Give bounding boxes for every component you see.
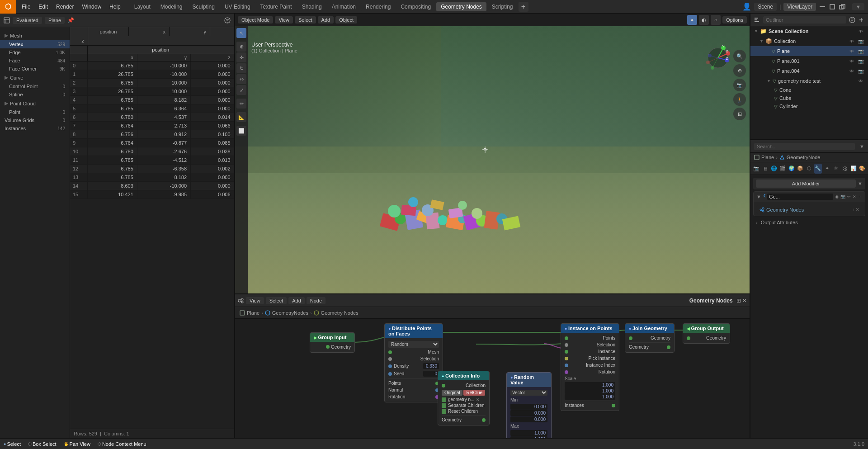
prop-icon-object[interactable]: 📦: [797, 164, 805, 174]
menu-help[interactable]: Help: [106, 2, 124, 11]
prop-icon-data[interactable]: 📊: [849, 164, 858, 174]
measure-tool-btn[interactable]: 📐: [236, 112, 246, 122]
filter-btn[interactable]: ▼: [852, 3, 864, 10]
rotate-tool-btn[interactable]: ↻: [236, 63, 246, 73]
outliner-search-input[interactable]: [763, 16, 846, 24]
viewport-add-menu[interactable]: Add: [318, 16, 334, 24]
tab-uv-editing[interactable]: UV Editing: [220, 2, 255, 11]
menu-render[interactable]: Render: [52, 2, 77, 11]
viewport-shading-material[interactable]: ◐: [699, 15, 709, 25]
tab-modeling[interactable]: Modeling: [156, 2, 187, 11]
breadcrumb-modifier[interactable]: GeometryNodes: [272, 310, 308, 316]
iop-scale-x[interactable]: 1.000: [565, 382, 615, 388]
sidebar-item-control-point[interactable]: Control Point 0: [0, 82, 70, 90]
prop-icon-output[interactable]: 🖥: [761, 164, 769, 174]
viewlayer-selector[interactable]: ViewLayer: [783, 3, 816, 11]
walk-mode-btn[interactable]: 🚶: [733, 93, 746, 106]
scene-col-view-btn[interactable]: 👁: [857, 28, 864, 35]
node-view-menu[interactable]: View: [246, 297, 264, 304]
random-min-z[interactable]: 0.000: [510, 416, 547, 422]
modifier-camera-btn[interactable]: 📷: [840, 194, 845, 199]
viewport-shading-render[interactable]: ○: [711, 15, 721, 25]
select-tool-btn[interactable]: ↖: [236, 28, 246, 38]
outliner-item-scene-collection[interactable]: ▼ 📁 Scene Collection 👁: [750, 26, 868, 36]
tab-animation[interactable]: Animation: [327, 2, 360, 11]
modifier-delete-btn[interactable]: ✕: [853, 194, 856, 199]
prop-icon-render[interactable]: 📷: [752, 164, 760, 174]
sidebar-item-face-corner[interactable]: Face Corner 9K: [0, 65, 70, 73]
outliner-item-cylinder[interactable]: ▽ Cylinder: [750, 102, 868, 110]
plane-render-btn[interactable]: 📷: [857, 47, 864, 55]
properties-options-btn[interactable]: ▼: [859, 144, 864, 149]
sidebar-item-point[interactable]: Point 0: [0, 108, 70, 116]
cursor-tool-btn[interactable]: ⊕: [236, 42, 246, 52]
iop-scale-z[interactable]: 1.000: [565, 394, 615, 400]
outliner-item-cone[interactable]: ▽ Cone: [750, 86, 868, 94]
view-mode-dropdown[interactable]: Object Mode: [238, 16, 273, 24]
zoom-in-btn[interactable]: 🔍: [733, 50, 746, 62]
transform-tool-btn[interactable]: ⤢: [236, 85, 246, 95]
prop-icon-view[interactable]: 🌐: [770, 164, 778, 174]
tab-scripting[interactable]: Scripting: [487, 2, 518, 11]
options-dropdown[interactable]: Options: [722, 16, 747, 24]
geonodes-nodetree-item[interactable]: Geometry Nodes + ✕: [756, 205, 862, 214]
menu-file[interactable]: File: [18, 2, 34, 11]
random-min-x[interactable]: 0.000: [510, 404, 547, 410]
prop-icon-material[interactable]: 🎨: [858, 164, 866, 174]
sidebar-item-edge[interactable]: Edge 1.0K: [0, 48, 70, 57]
sidebar-item-instances[interactable]: Instances 142: [0, 124, 70, 132]
modifier-extra-btn[interactable]: ⋮: [858, 194, 862, 199]
add-workspace-btn[interactable]: +: [519, 2, 528, 12]
outliner-item-collection[interactable]: ▼ 📦 Collection 👁 📷: [750, 36, 868, 46]
breadcrumb-nodegroup[interactable]: Geometry Nodes: [321, 310, 359, 316]
tab-layout[interactable]: Layout: [130, 2, 155, 11]
viewport-gizmo[interactable]: X Y Z: [704, 44, 731, 71]
random-max-x[interactable]: 1.000: [510, 430, 547, 436]
output-attrs-section[interactable]: › Output Attributes: [753, 218, 865, 227]
group-output-node[interactable]: ◀ Group Output Geometry: [683, 323, 730, 344]
sidebar-item-volume-grids[interactable]: Volume Grids 0: [0, 116, 70, 124]
col-info-cb2[interactable]: [442, 403, 446, 408]
outliner-item-plane001[interactable]: ▶ ▽ Plane.001 👁 📷: [750, 56, 868, 66]
collection-info-node[interactable]: ● Collection Info Collection Original Re…: [438, 371, 490, 425]
user-avatar-btn[interactable]: 👤: [742, 2, 751, 11]
prop-icon-physics[interactable]: ⚛: [832, 164, 840, 174]
scene-selector[interactable]: Scene: [754, 3, 777, 11]
ortho-btn[interactable]: ⊞: [733, 108, 746, 120]
join-geometry-node[interactable]: ● Join Geometry Geometry Geometry: [625, 323, 675, 353]
menu-window[interactable]: Window: [78, 2, 105, 11]
prop-icon-modifier[interactable]: 🔧: [814, 164, 822, 174]
outliner-filter-icon[interactable]: [849, 17, 855, 23]
modifier-options-btn[interactable]: ▼: [858, 181, 863, 186]
seed-value[interactable]: 0: [423, 371, 439, 377]
node-add-menu[interactable]: Add: [288, 297, 305, 304]
prop-icon-constraints[interactable]: ⛓: [840, 164, 849, 174]
outliner-item-geonodetest[interactable]: ▼ ▽ geometry node test 👁: [750, 76, 868, 86]
tab-compositing[interactable]: Compositing: [396, 2, 435, 11]
modifier-edit-btn[interactable]: ✏: [847, 194, 851, 199]
viewport-object-menu[interactable]: Object: [335, 16, 357, 24]
geonodetest-view-btn[interactable]: 👁: [857, 77, 864, 85]
node-editor-controls[interactable]: ⊞ ✕: [736, 298, 747, 304]
prop-icon-particles[interactable]: ✦: [823, 164, 831, 174]
outliner-extra-icon[interactable]: [858, 17, 864, 23]
pin-icon[interactable]: 📌: [67, 17, 74, 24]
scale-tool-btn[interactable]: ⇔: [236, 74, 246, 84]
viewport-shading-solid[interactable]: ●: [687, 15, 697, 25]
random-min-y[interactable]: 0.000: [510, 410, 547, 416]
plane-view-btn[interactable]: 👁: [848, 47, 855, 55]
sidebar-item-face[interactable]: Face 484: [0, 57, 70, 65]
geonodes-unlink-btn[interactable]: ✕: [855, 207, 859, 213]
node-node-menu[interactable]: Node: [307, 297, 326, 304]
outliner-item-plane004[interactable]: ▶ ▽ Plane.004 👁 📷: [750, 66, 868, 76]
plane004-view-btn[interactable]: 👁: [848, 67, 855, 75]
plane001-view-btn[interactable]: 👁: [848, 57, 855, 65]
breadcrumb-plane[interactable]: Plane: [247, 310, 259, 316]
tab-rendering[interactable]: Rendering: [361, 2, 395, 11]
plane004-render-btn[interactable]: 📷: [857, 67, 864, 75]
instance-on-points-node[interactable]: ● Instance on Points Points Selection: [561, 323, 619, 411]
prop-icon-scene[interactable]: 🎬: [779, 164, 787, 174]
filter-spreadsheet-icon[interactable]: [224, 17, 231, 24]
zoom-out-btn[interactable]: ⊕: [733, 64, 746, 77]
tab-texture-paint[interactable]: Texture Paint: [256, 2, 297, 11]
